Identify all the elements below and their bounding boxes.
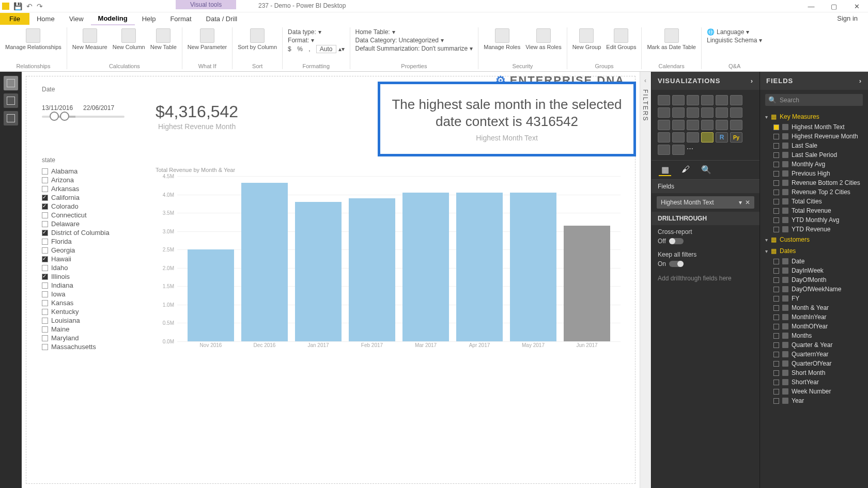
signin-link[interactable]: Sign in: [837, 14, 858, 22]
view-as-roles-button[interactable]: View as Roles: [525, 28, 562, 50]
viz-type-icon[interactable]: [687, 95, 699, 105]
field-item[interactable]: ShortYear: [764, 377, 864, 387]
field-item[interactable]: Year: [764, 396, 864, 405]
date-range-slider[interactable]: [42, 116, 125, 118]
state-slicer-item[interactable]: Delaware: [42, 219, 140, 228]
collapse-chevron-icon[interactable]: ›: [859, 77, 862, 85]
checkbox-icon[interactable]: [42, 256, 48, 262]
state-slicer-item[interactable]: Iowa: [42, 290, 140, 298]
manage-roles-button[interactable]: Manage Roles: [484, 28, 520, 50]
viz-type-icon[interactable]: [672, 107, 685, 118]
checkbox-icon[interactable]: [42, 203, 48, 210]
revenue-bar-chart[interactable]: Total Revenue by Month & Year 4.5M4.0M3.…: [156, 167, 621, 363]
viz-type-icon[interactable]: [672, 145, 685, 155]
field-checkbox[interactable]: [773, 180, 779, 186]
field-item[interactable]: Week Number: [764, 387, 864, 396]
slider-handle-right[interactable]: [60, 112, 69, 121]
sort-by-column-button[interactable]: Sort by Column: [238, 28, 277, 50]
field-checkbox[interactable]: [773, 143, 779, 149]
state-slicer-item[interactable]: Indiana: [42, 281, 140, 290]
state-slicer-item[interactable]: Arizona: [42, 176, 140, 184]
viz-type-icon[interactable]: [716, 120, 728, 130]
format-tab-icon[interactable]: 🖌: [679, 164, 692, 176]
checkbox-icon[interactable]: [42, 247, 48, 254]
field-item[interactable]: Month & Year: [764, 303, 864, 312]
decimals-input[interactable]: Auto: [316, 45, 336, 53]
field-checkbox[interactable]: [773, 190, 779, 195]
help-tab[interactable]: Help: [135, 13, 163, 25]
field-item[interactable]: FY: [764, 294, 864, 303]
date-slicer[interactable]: Date 13/11/2016 22/06/2017: [42, 86, 135, 118]
collapse-chevron-icon[interactable]: ›: [751, 77, 753, 85]
field-checkbox[interactable]: [773, 162, 779, 167]
checkbox-icon[interactable]: [42, 344, 48, 350]
filters-pane-collapsed[interactable]: ‹ FILTERS: [640, 72, 651, 488]
checkbox-icon[interactable]: [42, 265, 48, 271]
state-slicer-item[interactable]: Florida: [42, 237, 140, 246]
viz-type-icon[interactable]: [658, 107, 670, 118]
checkbox-icon[interactable]: [42, 291, 48, 297]
field-item[interactable]: Last Sale: [764, 141, 864, 150]
field-checkbox[interactable]: [773, 208, 779, 214]
viz-type-icon[interactable]: [716, 95, 728, 105]
viz-type-icon[interactable]: [672, 95, 685, 105]
viz-type-icon[interactable]: [730, 95, 742, 105]
new-parameter-button[interactable]: New Parameter: [188, 28, 227, 50]
field-checkbox[interactable]: [773, 227, 779, 232]
keep-filters-toggle[interactable]: On: [658, 260, 753, 267]
field-checkbox[interactable]: [773, 199, 779, 204]
field-item[interactable]: MonthInYear: [764, 312, 864, 322]
field-checkbox[interactable]: [773, 268, 779, 274]
maximize-button[interactable]: ▢: [823, 0, 845, 12]
field-dropdown-icon[interactable]: ▾: [739, 199, 742, 206]
viz-type-icon[interactable]: [658, 120, 670, 130]
field-checkbox[interactable]: [773, 324, 779, 329]
viz-type-icon[interactable]: [730, 120, 742, 130]
bar[interactable]: [402, 193, 449, 341]
language-dropdown[interactable]: Language: [717, 28, 744, 36]
state-slicer-item[interactable]: Maryland: [42, 334, 140, 342]
field-checkbox[interactable]: [773, 217, 779, 223]
bar[interactable]: [188, 249, 234, 341]
summarization-dropdown[interactable]: Default Summarization: Don't summarize: [355, 45, 468, 52]
field-item[interactable]: Total Cities: [764, 197, 864, 206]
field-item[interactable]: Revenue Bottom 2 Cities: [764, 178, 864, 187]
field-item[interactable]: Total Revenue: [764, 206, 864, 215]
currency-button[interactable]: $: [288, 45, 291, 53]
decimals-stepper[interactable]: ▴▾: [338, 45, 345, 53]
field-item[interactable]: Previous High: [764, 169, 864, 178]
drillthrough-drop-hint[interactable]: Add drillthrough fields here: [652, 271, 760, 286]
field-item[interactable]: MonthOfYear: [764, 322, 864, 331]
state-slicer-item[interactable]: Hawaii: [42, 255, 140, 263]
field-item[interactable]: QuarternYear: [764, 350, 864, 359]
field-checkbox[interactable]: [773, 124, 779, 130]
field-checkbox[interactable]: [773, 171, 779, 177]
checkbox-icon[interactable]: [42, 326, 48, 333]
state-slicer-item[interactable]: Kansas: [42, 298, 140, 307]
field-checkbox[interactable]: [773, 352, 779, 357]
field-checkbox[interactable]: [773, 314, 779, 320]
state-slicer-item[interactable]: Georgia: [42, 246, 140, 255]
viz-type-icon[interactable]: [687, 132, 699, 143]
datadrill-tab[interactable]: Data / Drill: [199, 13, 245, 25]
state-slicer-item[interactable]: Arkansas: [42, 184, 140, 193]
bar[interactable]: [456, 193, 503, 341]
bar[interactable]: [349, 198, 395, 341]
minimize-button[interactable]: —: [800, 0, 823, 12]
state-slicer-item[interactable]: District of Columbia: [42, 228, 140, 237]
checkbox-icon[interactable]: [42, 300, 48, 306]
state-slicer-item[interactable]: Massachusetts: [42, 342, 140, 351]
date-to-value[interactable]: 22/06/2017: [83, 104, 114, 112]
field-checkbox[interactable]: [773, 361, 779, 367]
field-item[interactable]: Highest Month Text: [764, 122, 864, 132]
state-slicer-item[interactable]: Alabama: [42, 167, 140, 176]
field-checkbox[interactable]: [773, 259, 779, 264]
checkbox-icon[interactable]: [42, 177, 48, 183]
expand-chevron-icon[interactable]: ‹: [644, 77, 646, 84]
file-tab[interactable]: File: [0, 13, 29, 25]
datacategory-dropdown[interactable]: Data Category: Uncategorized: [355, 37, 439, 44]
viz-type-icon[interactable]: [701, 95, 714, 105]
checkbox-icon[interactable]: [42, 274, 48, 280]
field-checkbox[interactable]: [773, 398, 779, 404]
format-tab[interactable]: Format: [163, 13, 198, 25]
